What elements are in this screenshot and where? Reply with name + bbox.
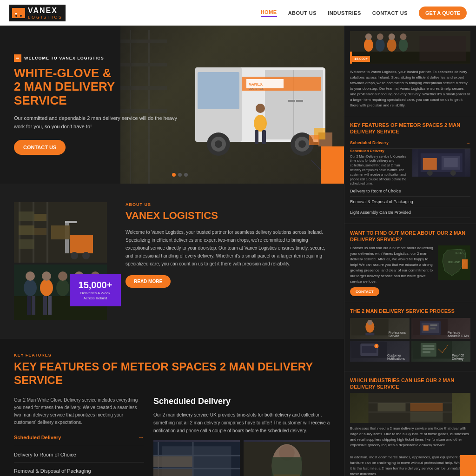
about-body: Welcome to Vanex Logistics, your trusted… xyxy=(126,228,330,268)
hero-contact-button[interactable]: CONTACT US xyxy=(14,140,66,155)
nav-about[interactable]: ABOUT US xyxy=(288,10,317,16)
svg-rect-64 xyxy=(48,296,52,315)
hero-orange-accent xyxy=(321,146,344,184)
hero-title-orange: 2 MAN DELIVERY xyxy=(14,79,115,93)
sidebar-col-1: Scheduled Delivery Our 2 Man Delivery se… xyxy=(350,149,409,186)
svg-rect-67 xyxy=(153,455,240,456)
industries-image xyxy=(350,393,470,423)
dot-1[interactable] xyxy=(172,173,176,177)
dot-2[interactable] xyxy=(178,173,182,177)
logo-box: VANEX LOGISTICS xyxy=(9,5,66,21)
sidebar-col-2 xyxy=(412,149,471,186)
arrow-icon-1: → xyxy=(138,434,144,441)
get-quote-button[interactable]: GET A QUOTE xyxy=(419,7,467,20)
sidebar-feature-arrow-1: → xyxy=(466,140,470,145)
process-img-professional: Professional Service xyxy=(350,318,410,339)
hero-content: WELCOME TO VANEX LOGISTICS WHITE-GLOVE &… xyxy=(0,40,195,169)
svg-rect-128 xyxy=(378,403,406,411)
features-tag: KEY FEATURES xyxy=(14,353,330,357)
sidebar-col-1-body: Our 2 Man Delivery service UK creates ti… xyxy=(350,154,409,186)
svg-rect-79 xyxy=(271,457,302,476)
process-professional-label: Professional Service xyxy=(389,331,408,337)
svg-point-87 xyxy=(399,39,408,52)
main-content: VANEX LOGISTICS xyxy=(0,26,344,476)
stat-box: 15,000+ Deliveries A Week Across Ireland xyxy=(70,274,121,306)
hero-badge-text: WELCOME TO VANEX LOGISTICS xyxy=(24,56,104,60)
process-accurate-label: Perfectly Accurate ETAs xyxy=(448,331,469,337)
read-more-button[interactable]: READ MORE xyxy=(126,275,171,288)
svg-point-81 xyxy=(364,39,373,52)
nav-home[interactable]: HOME xyxy=(261,9,277,17)
svg-rect-129 xyxy=(410,403,443,411)
hero-description: Our committed and dependable 2 man deliv… xyxy=(14,114,181,131)
sidebar-feature-row-1[interactable]: Scheduled Delivery → xyxy=(350,138,470,149)
process-notifications-label: Customer Notifications xyxy=(387,354,408,360)
sidebar-process-title: THE 2 MAN DELIVERY SERVICE PROCESS xyxy=(350,308,470,314)
sidebar-feature-row-4[interactable]: Light Assembly Can Be Provided xyxy=(350,207,470,218)
hero-carousel-dots xyxy=(172,173,188,177)
sidebar-badge: 15,000+ xyxy=(352,56,370,62)
sidebar-feature-row-2[interactable]: Delivery to Room of Choice xyxy=(350,186,470,197)
svg-rect-68 xyxy=(153,468,240,469)
nav-contact[interactable]: CONTACT US xyxy=(372,10,408,16)
logo-icon xyxy=(12,8,25,18)
hero-section: VANEX LOGISTICS xyxy=(0,26,344,184)
about-text: ABOUT US VANEX LOGISTICS Welcome to Vane… xyxy=(126,202,330,320)
feature-room[interactable]: Delivery to Room of Choice xyxy=(14,452,144,463)
svg-rect-71 xyxy=(192,442,194,476)
sidebar-feature-label-4: Light Assembly Can Be Provided xyxy=(350,210,411,215)
logo-name: VANEX xyxy=(28,7,63,15)
sidebar-col-1-title: Scheduled Delivery xyxy=(350,149,409,153)
main-layout: VANEX LOGISTICS xyxy=(0,26,476,476)
svg-rect-91 xyxy=(419,36,466,61)
svg-rect-2 xyxy=(15,13,17,14)
svg-point-83 xyxy=(376,39,385,52)
sidebar-feature-row-3[interactable]: Removal & Disposal of Packaging xyxy=(350,197,470,207)
feature-removal[interactable]: Removal & Disposal of Packaging xyxy=(14,468,144,476)
svg-rect-31 xyxy=(309,135,319,145)
features-title: KEY FEATURES OF METEOR SPACES 2 MAN DELI… xyxy=(14,360,330,387)
svg-text:N.IRE: N.IRE xyxy=(456,251,462,254)
svg-rect-124 xyxy=(423,351,430,353)
hero-title-end: SERVICE xyxy=(14,93,67,107)
stat-label: Deliveries A Week Across Ireland xyxy=(77,291,113,301)
svg-point-51 xyxy=(26,271,35,281)
warehouse-image xyxy=(14,202,107,263)
nav-industries[interactable]: INDUSTRIES xyxy=(328,10,361,16)
feature-images xyxy=(153,440,330,476)
svg-point-47 xyxy=(82,252,90,259)
svg-point-82 xyxy=(365,33,372,40)
svg-point-54 xyxy=(56,279,69,296)
right-sidebar: 15,000+ Welcome to Vanex Logistics, your… xyxy=(344,26,476,476)
hero-title: WHITE-GLOVE & 2 MAN DELIVERY SERVICE xyxy=(14,66,181,108)
svg-point-84 xyxy=(377,33,383,40)
svg-rect-117 xyxy=(362,346,377,353)
stat-number: 15,000+ xyxy=(77,280,113,291)
footer-corner-accent xyxy=(460,455,476,476)
sidebar-contact-button[interactable]: CONTACT xyxy=(350,287,379,296)
svg-rect-39 xyxy=(19,225,34,235)
sidebar-feature-label-1: Scheduled Delivery xyxy=(350,140,389,145)
sidebar-feature-label-3: Removal & Disposal of Packaging xyxy=(350,199,413,204)
svg-point-97 xyxy=(427,170,432,176)
svg-point-46 xyxy=(71,252,78,259)
svg-rect-112 xyxy=(423,325,428,331)
dot-3[interactable] xyxy=(184,173,188,177)
svg-rect-38 xyxy=(19,212,34,221)
svg-rect-10 xyxy=(288,100,295,102)
svg-rect-11 xyxy=(296,100,303,102)
sidebar-hero-image: 15,000+ xyxy=(350,31,470,64)
feature-scheduled[interactable]: Scheduled Delivery → xyxy=(14,434,144,446)
svg-rect-94 xyxy=(423,158,436,170)
svg-point-21 xyxy=(298,140,306,148)
svg-text:!: ! xyxy=(376,345,377,348)
about-tag: ABOUT US xyxy=(126,202,330,207)
sidebar-more-section: WANT TO FIND OUT MORE ABOUT OUR 2 MAN DE… xyxy=(344,224,476,302)
about-title: VANEX LOGISTICS xyxy=(126,210,330,222)
svg-rect-122 xyxy=(423,345,434,347)
header: VANEX LOGISTICS HOME ABOUT US INDUSTRIES… xyxy=(0,0,476,26)
feature-label-2: Delivery to Room of Choice xyxy=(14,452,76,457)
svg-rect-96 xyxy=(443,158,457,167)
svg-point-85 xyxy=(387,39,397,52)
svg-rect-104 xyxy=(462,259,468,269)
